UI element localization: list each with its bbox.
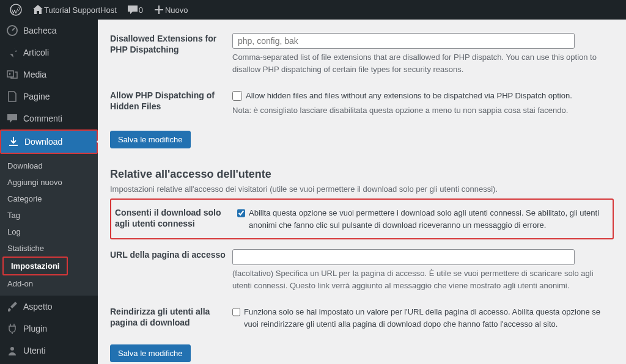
sidebar-item-appearance[interactable]: Aspetto [0,296,98,318]
admin-sidebar: Bacheca Articoli Media Pagine Commenti D… [0,20,98,364]
section-desc: Impostazioni relative all'accesso dei vi… [110,184,614,194]
plus-icon [153,4,165,16]
submenu-tag[interactable]: Tag [0,207,98,224]
comments-count: 0 [139,5,143,15]
only-logged-check-text: Abilita questa opzione se vuoi permetter… [249,207,609,231]
user-icon [6,344,18,357]
login-url-label: URL della pagina di accesso [110,249,232,260]
comment-icon [6,112,18,125]
login-url-desc: (facoltativo) Specifica un URL per la pa… [232,268,614,291]
pin-icon [6,46,18,59]
sidebar-item-tools[interactable]: Strumenti [0,362,98,364]
sidebar-item-users[interactable]: Utenti [0,340,98,362]
comments-link[interactable]: 0 [122,0,148,20]
submenu-categories[interactable]: Categorie [0,191,98,207]
hidden-check-text: Allow hidden files and files without any… [246,90,572,102]
login-url-input[interactable] [232,249,575,265]
site-name-link[interactable]: Tutorial SupportHost [27,0,122,20]
disallowed-label: Disallowed Extensions for PHP Dispatchin… [110,33,232,55]
row-redirect: Reindirizza gli utenti alla pagina di do… [110,299,614,337]
only-logged-check-label[interactable]: Abilita questa opzione se vuoi permetter… [237,207,609,231]
redirect-checkbox[interactable] [232,307,240,317]
hidden-note: Nota: è consigliato lasciare disabilitat… [232,104,614,117]
save-button-1[interactable]: Salva le modifiche [110,131,191,148]
save-button-2[interactable]: Salva le modifiche [110,344,191,362]
hidden-label: Allow PHP Dispatching of Hidden Files [110,90,232,112]
home-icon [32,4,44,16]
redirect-label: Reindirizza gli utenti alla pagina di do… [110,306,232,328]
highlighted-option: Consenti il download solo agli utenti co… [110,198,614,239]
redirect-check-text: Funziona solo se hai impostato un valore… [244,306,614,330]
submenu-stats[interactable]: Statistiche [0,240,98,257]
download-submenu: Download Aggiungi nuovo Categorie Tag Lo… [0,154,98,296]
wordpress-icon [10,4,22,16]
sidebar-item-media[interactable]: Media [0,64,98,86]
submenu-download[interactable]: Download [0,158,98,174]
main-content: Disallowed Extensions for PHP Dispatchin… [98,20,626,364]
plug-icon [6,322,18,335]
disallowed-desc: Comma-separated list of file extensions … [232,51,614,75]
sidebar-item-download[interactable]: Download [0,129,98,154]
comment-icon [127,4,139,16]
admin-topbar: Tutorial SupportHost 0 Nuovo [0,0,626,20]
row-hidden-files: Allow PHP Dispatching of Hidden Files Al… [110,82,614,123]
submenu-addon[interactable]: Add-on [0,275,98,292]
sidebar-item-posts[interactable]: Articoli [0,42,98,64]
redirect-check-label[interactable]: Funziona solo se hai impostato un valore… [232,306,614,330]
row-only-logged: Consenti il download solo agli utenti co… [115,205,609,233]
sidebar-item-plugins[interactable]: Plugin [0,318,98,340]
sidebar-item-pages[interactable]: Pagine [0,86,98,107]
submenu-settings[interactable]: Impostazioni [2,257,68,275]
disallowed-ext-input[interactable] [232,33,575,49]
only-logged-checkbox[interactable] [237,208,245,218]
sidebar-item-dashboard[interactable]: Bacheca [0,20,98,42]
new-label: Nuovo [165,5,188,15]
hidden-files-checkbox[interactable] [232,91,242,101]
submenu-addnew[interactable]: Aggiungi nuovo [0,174,98,191]
new-content-link[interactable]: Nuovo [148,0,193,20]
section-title: Relative all'accesso dell'utente [110,168,614,181]
media-icon [6,68,18,81]
site-name: Tutorial SupportHost [44,5,117,15]
download-icon [7,136,20,148]
row-disallowed-ext: Disallowed Extensions for PHP Dispatchin… [110,26,614,82]
sidebar-item-comments[interactable]: Commenti [0,107,98,129]
wp-logo[interactable] [5,0,27,20]
hidden-check-label[interactable]: Allow hidden files and files without any… [232,90,614,102]
brush-icon [6,300,18,313]
submenu-log[interactable]: Log [0,224,98,240]
row-login-url: URL della pagina di accesso (facoltativo… [110,242,614,299]
svg-point-2 [10,347,14,351]
dashboard-icon [6,24,18,37]
only-logged-label: Consenti il download solo agli utenti co… [115,207,237,229]
page-icon [6,90,18,103]
